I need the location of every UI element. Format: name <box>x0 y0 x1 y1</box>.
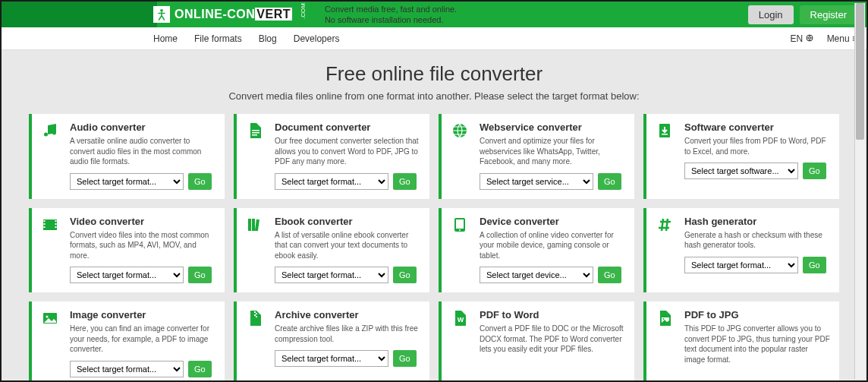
select-archive[interactable]: Select target format... <box>275 350 388 367</box>
logo[interactable]: ONLINE-CONVERT .COM <box>153 6 311 23</box>
card-desc: Create archive files like a ZIP with thi… <box>275 324 420 344</box>
card-title: Video converter <box>70 216 215 227</box>
svg-rect-2 <box>252 130 259 131</box>
select-device[interactable]: Select target device... <box>480 267 593 283</box>
nav-bar: Home File formats Blog Developers EN Men… <box>2 27 866 50</box>
picture-icon <box>41 309 62 377</box>
tablet-icon <box>451 216 472 284</box>
go-button-document[interactable]: Go <box>393 173 417 190</box>
card-pdfword: WPDF to WordConvert a PDF file to DOC or… <box>439 301 634 382</box>
card-software: Software converterConvert your files fro… <box>643 114 839 199</box>
select-ebook[interactable]: Select target format... <box>275 267 388 283</box>
film-icon <box>41 216 62 284</box>
svg-rect-27 <box>254 314 256 316</box>
select-hash[interactable]: Select target format... <box>684 257 798 273</box>
card-device: Device converterA collection of online v… <box>439 208 634 293</box>
nav-home[interactable]: Home <box>153 33 178 44</box>
svg-rect-7 <box>662 134 668 135</box>
top-bar: ONLINE-CONVERT .COM Convert media free, … <box>2 2 866 27</box>
svg-rect-18 <box>252 219 255 231</box>
page-subtitle: Convert media files online from one form… <box>2 90 866 102</box>
go-button-video[interactable]: Go <box>188 267 212 283</box>
svg-point-22 <box>459 229 461 231</box>
card-desc: A collection of online video converter f… <box>480 230 625 261</box>
card-title: PDF to JPG <box>684 309 830 320</box>
card-desc: Convert a PDF file to DOC or the Microso… <box>480 324 625 355</box>
login-button[interactable]: Login <box>748 5 794 24</box>
nav-developers[interactable]: Developers <box>294 33 340 44</box>
svg-rect-26 <box>256 313 257 314</box>
tagline: Convert media free, fast and online. No … <box>325 4 457 26</box>
card-desc: Here, you can find an image converter fo… <box>70 324 215 355</box>
svg-point-0 <box>160 9 163 12</box>
svg-rect-4 <box>252 134 257 136</box>
register-button[interactable]: Register <box>800 5 857 24</box>
svg-point-31 <box>663 318 665 320</box>
svg-rect-19 <box>255 219 259 230</box>
word-icon: W <box>451 309 472 377</box>
logo-icon <box>153 6 170 23</box>
select-audio[interactable]: Select target format... <box>70 173 184 190</box>
card-image: Image converterHere, you can find an ima… <box>29 301 225 382</box>
card-desc: This PDF to JPG converter allows you to … <box>684 324 830 365</box>
card-title: Ebook converter <box>275 216 420 227</box>
select-image[interactable]: Select target format... <box>70 361 184 377</box>
svg-rect-14 <box>55 220 57 222</box>
svg-rect-16 <box>55 226 57 228</box>
card-audio: Audio converterA versatile online audio … <box>29 114 225 199</box>
card-title: Hash generator <box>684 216 830 227</box>
card-desc: Convert your files from PDF to Word, PDF… <box>684 136 830 156</box>
select-webservice[interactable]: Select target service... <box>480 173 593 190</box>
svg-rect-25 <box>254 311 256 313</box>
language-selector[interactable]: EN <box>791 33 813 44</box>
svg-rect-13 <box>44 226 46 228</box>
go-button-audio[interactable]: Go <box>188 173 212 190</box>
card-desc: Convert and optimize your files for webs… <box>480 136 625 167</box>
card-desc: A list of versatile online ebook convert… <box>275 230 420 261</box>
select-video[interactable]: Select target format... <box>70 267 184 283</box>
jpg-icon <box>656 309 677 377</box>
page-title: Free online file converter <box>2 62 866 86</box>
go-button-webservice[interactable]: Go <box>598 173 621 190</box>
select-document[interactable]: Select target format... <box>275 173 388 190</box>
svg-rect-15 <box>55 223 57 225</box>
card-pdfjpg: PDF to JPGThis PDF to JPG converter allo… <box>643 301 839 382</box>
svg-text:W: W <box>458 316 464 324</box>
go-button-ebook[interactable]: Go <box>393 267 417 283</box>
download-icon <box>656 122 677 190</box>
go-button-hash[interactable]: Go <box>803 257 826 273</box>
svg-rect-28 <box>256 316 257 317</box>
card-title: Image converter <box>70 309 215 320</box>
card-title: Archive converter <box>275 309 420 320</box>
card-title: Device converter <box>480 216 625 227</box>
menu-toggle[interactable]: Menu ≡ <box>827 33 857 44</box>
card-title: Audio converter <box>70 122 215 133</box>
svg-rect-3 <box>252 132 259 134</box>
card-hash: Hash generatorGenerate a hash or checksu… <box>643 208 839 293</box>
logo-text: ONLINE-CONVERT <box>175 8 292 21</box>
nav-file-formats[interactable]: File formats <box>194 33 242 44</box>
card-desc: Generate a hash or checksum with these h… <box>684 230 830 251</box>
card-ebook: Ebook converterA list of versatile onlin… <box>234 208 429 293</box>
card-title: PDF to Word <box>480 309 625 320</box>
card-archive: Archive converterCreate archive files li… <box>234 301 429 382</box>
card-title: Software converter <box>684 122 830 133</box>
scrollbar-thumb[interactable] <box>856 3 864 140</box>
go-button-archive[interactable]: Go <box>393 350 417 367</box>
select-software[interactable]: Select target software... <box>684 163 798 179</box>
zip-icon <box>246 309 267 377</box>
go-button-software[interactable]: Go <box>803 163 826 179</box>
card-document: Document converterOur free document conv… <box>234 114 429 199</box>
scrollbar[interactable] <box>854 3 865 379</box>
svg-rect-11 <box>44 220 46 222</box>
nav-blog[interactable]: Blog <box>259 33 277 44</box>
card-title: Webservice converter <box>480 122 625 133</box>
card-webservice: Webservice converterConvert and optimize… <box>439 114 634 199</box>
go-button-image[interactable]: Go <box>188 361 212 377</box>
converter-grid: Audio converterA versatile online audio … <box>2 114 866 382</box>
go-button-device[interactable]: Go <box>598 267 621 283</box>
books-icon <box>246 216 267 284</box>
music-icon <box>41 122 62 190</box>
card-desc: A versatile online audio converter to co… <box>70 136 215 167</box>
svg-rect-21 <box>456 219 464 229</box>
